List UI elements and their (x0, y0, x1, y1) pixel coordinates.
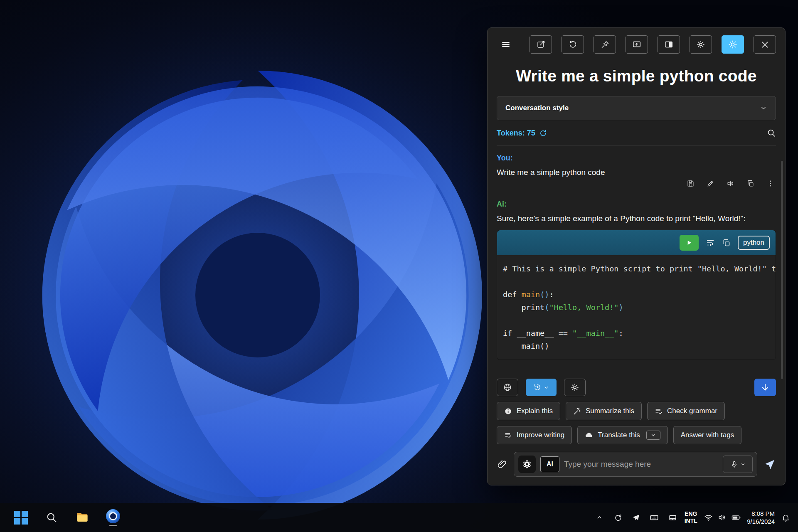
refresh-icon (569, 40, 577, 49)
chat-scrollbar[interactable] (781, 161, 783, 379)
writing-lines-icon (504, 431, 512, 439)
edit-message-button[interactable] (705, 178, 716, 189)
answer-with-tags-button[interactable]: Answer with tags (673, 426, 742, 444)
code-block: python # This is a simple Python script … (497, 230, 776, 360)
quick-action-label: Check grammar (667, 407, 717, 415)
quick-action-label: Answer with tags (681, 431, 734, 439)
code-block-header: python (497, 230, 776, 255)
play-icon (686, 239, 692, 246)
touchpad-icon (668, 513, 677, 522)
present-button[interactable] (626, 35, 648, 54)
web-access-button[interactable] (497, 379, 518, 396)
telegram-tray-button[interactable] (628, 507, 643, 527)
translate-this-button[interactable]: Translate this (577, 426, 667, 444)
touch-keyboard-button[interactable] (647, 507, 662, 527)
save-message-button[interactable] (685, 178, 696, 189)
copy-code-button[interactable] (722, 239, 731, 247)
regenerate-button[interactable] (562, 35, 584, 54)
bell-icon (781, 513, 790, 522)
globe-icon (503, 383, 512, 392)
ai-mode-badge[interactable]: AI (540, 456, 559, 472)
search-chat-button[interactable] (767, 128, 776, 138)
battery-icon (731, 512, 741, 522)
quick-settings-button[interactable] (702, 507, 744, 527)
taskbar-search-button[interactable] (42, 507, 61, 528)
sync-status-button[interactable] (610, 507, 625, 527)
tokens-reset-icon[interactable] (539, 129, 547, 137)
file-explorer-button[interactable] (73, 507, 91, 528)
hamburger-icon (501, 39, 511, 49)
read-aloud-button[interactable] (725, 178, 736, 189)
ai-assistant-app-icon (106, 509, 120, 523)
language-switcher[interactable]: ENG INTL (683, 507, 698, 527)
keyboard-icon (650, 513, 659, 522)
gear-icon (696, 40, 705, 49)
conversation-style-label: Conversation style (505, 104, 569, 112)
clock-tray-button[interactable]: 8:08 PM 9/16/2024 (747, 507, 775, 527)
quick-action-label: Explain this (517, 407, 553, 415)
check-grammar-button[interactable]: Check grammar (647, 402, 725, 420)
sync-icon (614, 514, 622, 522)
menu-button[interactable] (497, 36, 515, 53)
search-icon (767, 128, 776, 138)
more-options-button[interactable] (765, 178, 776, 189)
notification-center-button[interactable] (778, 507, 793, 527)
tray-overflow-button[interactable] (592, 507, 607, 527)
settings-button[interactable] (690, 35, 712, 54)
compose-icon (537, 40, 545, 49)
run-code-button[interactable] (680, 235, 699, 251)
send-icon (764, 458, 776, 470)
sidebar-icon (664, 40, 673, 49)
search-icon (46, 512, 57, 523)
model-selector-button[interactable] (518, 456, 536, 473)
openai-logo-icon (522, 459, 532, 470)
attach-file-button[interactable] (497, 459, 507, 470)
quick-action-label: Translate this (598, 431, 640, 439)
message-input-container: AI (514, 452, 757, 477)
gear-icon (570, 383, 579, 392)
conversation-title: Write me a simple python code (497, 67, 776, 85)
send-message-button[interactable] (764, 458, 776, 470)
virtual-touchpad-button[interactable] (665, 507, 680, 527)
wand-icon (573, 407, 581, 415)
chevron-down-icon (544, 385, 549, 390)
system-tray: ENG INTL 8:08 PM 9/16/2024 (592, 507, 793, 527)
quick-action-label: Improve writing (517, 431, 564, 439)
screen-share-icon (632, 40, 641, 49)
ai-assistant-app-button[interactable] (104, 507, 122, 528)
explain-this-button[interactable]: Explain this (497, 402, 560, 420)
tokens-count: Tokens: 75 (497, 129, 535, 138)
scroll-to-bottom-button[interactable] (754, 379, 776, 396)
chevron-up-icon (596, 514, 603, 521)
kebab-menu-icon (766, 180, 774, 187)
sun-icon (728, 40, 737, 49)
new-chat-button[interactable] (530, 35, 552, 54)
theme-toggle-button[interactable] (722, 35, 744, 54)
language-code: ENG (685, 510, 697, 517)
copy-message-button[interactable] (745, 178, 756, 189)
code-content[interactable]: # This is a simple Python script to prin… (497, 255, 776, 360)
conversation-style-dropdown[interactable]: Conversation style (497, 96, 776, 120)
ai-message-text: Sure, here's a simple example of a Pytho… (497, 214, 776, 223)
close-panel-button[interactable] (754, 35, 776, 54)
bloom-wallpaper-art (0, 8, 557, 532)
history-button[interactable] (526, 379, 557, 396)
folder-icon (76, 511, 89, 524)
language-region: INTL (685, 517, 697, 525)
user-label: You: (497, 154, 776, 163)
cloud-icon (585, 431, 593, 439)
sidebar-toggle-button[interactable] (658, 35, 680, 54)
pin-button[interactable] (594, 35, 616, 54)
summarize-this-button[interactable]: Summarize this (566, 402, 642, 420)
message-input[interactable] (564, 460, 718, 469)
tray-time: 8:08 PM (747, 510, 775, 517)
translate-language-dropdown[interactable] (646, 431, 660, 440)
wrap-text-button[interactable] (706, 238, 715, 247)
voice-input-button[interactable] (723, 456, 753, 473)
start-button[interactable] (12, 507, 30, 528)
arrow-down-icon (761, 383, 770, 392)
improve-writing-button[interactable]: Improve writing (497, 426, 572, 444)
taskbar: ENG INTL 8:08 PM 9/16/2024 (0, 503, 798, 532)
chat-settings-button[interactable] (564, 379, 586, 396)
user-message: You: Write me a simple python code (497, 154, 776, 189)
